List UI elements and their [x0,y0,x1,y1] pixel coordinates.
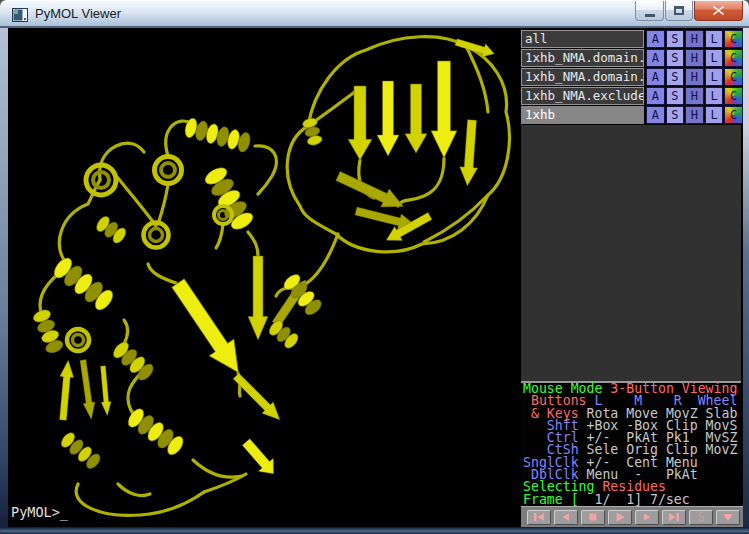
hide-button-H[interactable]: H [685,49,704,67]
minimize-button[interactable] [635,1,664,21]
stop-button[interactable] [581,510,605,525]
object-row: all A S H L C [521,30,743,48]
scene-s-button[interactable]: S [689,510,713,525]
window-border-left[interactable] [0,28,8,527]
action-button-A[interactable]: A [646,87,665,105]
skip-start-icon [531,511,547,523]
object-name[interactable]: 1xhb_NMA.exclude [521,87,644,105]
movie-control-bar: S [521,506,743,527]
show-button-S[interactable]: S [666,49,685,67]
frame-info-line: Frame [ 1/ 1] 7/sec [523,494,743,506]
object-name[interactable]: 1xhb_NMA.domain. [521,68,644,86]
window-border-right[interactable] [743,28,749,527]
color-button-C[interactable]: C [724,106,743,124]
action-button-A[interactable]: A [646,49,665,67]
object-row: 1xhb_NMA.exclude A S H L C [521,87,743,105]
maximize-icon [674,6,684,15]
color-button-C[interactable]: C [724,49,743,67]
step-back-icon [558,511,574,523]
mouse-mode-panel: Mouse Mode 3-Button Viewing Buttons L M … [521,383,743,506]
play-button[interactable] [608,510,632,525]
window-border-bottom[interactable] [0,527,749,534]
movie-menu-button[interactable] [716,510,740,525]
hide-button-H[interactable]: H [685,68,704,86]
label-button-L[interactable]: L [705,68,724,86]
close-button[interactable] [694,1,743,21]
hide-button-H[interactable]: H [685,87,704,105]
stop-icon [585,511,601,523]
label-button-L[interactable]: L [705,87,724,105]
object-row: 1xhb A S H L C [521,106,743,124]
hide-button-H[interactable]: H [685,106,704,124]
fast-forward-button[interactable] [662,510,686,525]
color-button-C[interactable]: C [724,87,743,105]
frame-counter: 1/ 1] 7/sec [579,492,690,507]
protein-structure [8,28,519,527]
frame-label: Frame [ [523,492,579,507]
play-icon [612,511,628,523]
step-back-button[interactable] [554,510,578,525]
caption-buttons [635,1,743,22]
object-name[interactable]: 1xhb_NMA.domain. [521,49,644,67]
rewind-button[interactable] [527,510,551,525]
window-title: PyMOL Viewer [35,6,121,21]
step-forward-icon [639,511,655,523]
skip-end-icon [666,511,682,523]
show-button-S[interactable]: S [666,87,685,105]
chevron-down-icon [720,511,736,523]
color-button-C[interactable]: C [724,30,743,48]
action-button-A[interactable]: A [646,106,665,124]
s-button-label: S [697,512,704,523]
label-button-L[interactable]: L [705,49,724,67]
label-button-L[interactable]: L [705,106,724,124]
maximize-button[interactable] [665,1,693,21]
color-button-C[interactable]: C [724,68,743,86]
action-button-A[interactable]: A [646,68,665,86]
object-row: 1xhb_NMA.domain. A S H L C [521,68,743,86]
minimize-icon [645,14,655,17]
pymol-viewer-window: PyMOL Viewer [0,0,749,534]
panel-background [521,125,741,381]
step-forward-button[interactable] [635,510,659,525]
action-button-A[interactable]: A [646,30,665,48]
close-icon [713,6,724,15]
object-name[interactable]: all [521,30,644,48]
3d-viewport[interactable]: PyMOL>_ [8,28,519,527]
title-bar[interactable]: PyMOL Viewer [0,0,749,28]
hide-button-H[interactable]: H [685,30,704,48]
object-row: 1xhb_NMA.domain. A S H L C [521,49,743,67]
object-name[interactable]: 1xhb [521,106,644,124]
label-button-L[interactable]: L [705,30,724,48]
object-list: all A S H L C 1xhb_NMA.domain. A S H L C… [521,30,743,124]
app-icon [12,7,28,23]
show-button-S[interactable]: S [666,68,685,86]
command-prompt[interactable]: PyMOL>_ [11,504,68,520]
show-button-S[interactable]: S [666,106,685,124]
show-button-S[interactable]: S [666,30,685,48]
internal-gui-panel: all A S H L C 1xhb_NMA.domain. A S H L C… [519,28,743,527]
